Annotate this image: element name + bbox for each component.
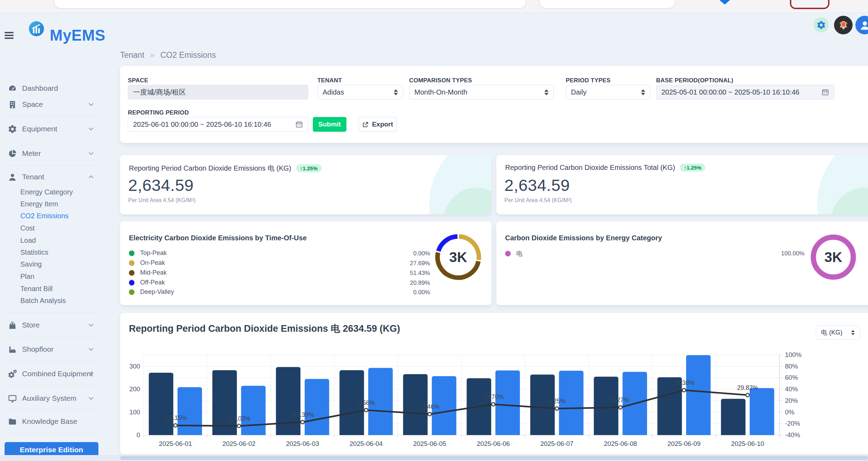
legend-label: Deep-Valley [140, 288, 174, 296]
sidebar-divider [8, 385, 98, 386]
svg-text:2025-06-02: 2025-06-02 [222, 440, 256, 447]
svg-text:-23.15%: -23.15% [164, 414, 187, 421]
comparison-types-select[interactable]: Month-On-Month [409, 85, 554, 99]
shopping-bag-icon [8, 321, 17, 330]
legend-item[interactable]: Deep-Valley [129, 288, 174, 296]
legend-value: 27.69% [388, 260, 430, 267]
time-of-use-card: Electricity Carbon Dioxide Emissions by … [120, 221, 491, 305]
myems-logo-icon[interactable] [28, 21, 44, 37]
settings-gear-button[interactable] [813, 17, 829, 33]
sidebar-subitem-tenant-bill[interactable]: Tenant Bill [20, 283, 53, 294]
bar-line-combo-chart[interactable]: 100%80%60%40%20%0%-20%-40%01002003002025… [126, 345, 868, 453]
sidebar-item-meter[interactable]: Meter [0, 146, 105, 160]
user-icon [8, 172, 17, 182]
chevron-down-icon [88, 151, 94, 156]
sidebar-item-store[interactable]: Store [0, 318, 105, 332]
sidebar-divider [8, 433, 98, 434]
notifications-button[interactable] [834, 16, 853, 34]
browser-red-fragment [790, 0, 829, 9]
legend-item[interactable]: Top-Peak [129, 249, 167, 257]
legend-value: 51.43% [388, 270, 430, 277]
svg-text:3.56%: 3.56% [357, 399, 375, 406]
period-types-select[interactable]: Daily [566, 85, 650, 99]
sidebar-item-combined-equipment[interactable]: Combined Equipment [0, 367, 105, 381]
sidebar-item-label: Knowledge Base [22, 417, 77, 426]
tenant-value: Adidas [323, 88, 390, 96]
kpi-value: 2,634.59 [504, 176, 570, 195]
folder-icon [8, 417, 17, 426]
breadcrumb-page: CO2 Emissions [160, 50, 216, 60]
space-value: 一度城/商场/租区 [133, 88, 303, 97]
browser-box-fragment [539, 0, 675, 8]
legend-label: Off-Peak [140, 279, 165, 286]
sidebar-subitem-co2-emissions[interactable]: CO2 Emissions [20, 211, 69, 221]
space-input[interactable]: 一度城/商场/租区 [128, 85, 308, 99]
base-period-label: BASE PERIOD(OPTIONAL) [656, 77, 733, 84]
sidebar-divider [8, 361, 98, 362]
card-title: Carbon Dioxide Emissions by Energy Categ… [505, 234, 662, 242]
sidebar-subitem-energy-item[interactable]: Energy Item [20, 199, 58, 209]
comparison-value: Month-On-Month [414, 88, 541, 96]
sidebar-item-auxiliary-system[interactable]: Auxiliary System [0, 391, 105, 405]
chevron-down-icon [88, 347, 94, 351]
sidebar-divider [8, 141, 98, 141]
user-avatar[interactable] [855, 16, 868, 34]
legend-item[interactable]: 电 [505, 249, 523, 258]
sidebar-subitem-load[interactable]: Load [20, 235, 36, 246]
svg-text:29.82%: 29.82% [737, 384, 758, 391]
time-of-use-donut-chart[interactable]: 3K [434, 233, 483, 282]
scrollbar-thumb[interactable] [120, 456, 868, 460]
tenant-select[interactable]: Adidas [317, 85, 403, 99]
svg-text:200: 200 [129, 385, 140, 393]
svg-text:20%: 20% [785, 397, 798, 404]
kpi-title: Reporting Period Carbon Dioxide Emission… [505, 164, 675, 172]
sidebar-subitem-batch-analysis[interactable]: Batch Analysis [20, 295, 66, 306]
chevron-down-icon [88, 372, 94, 376]
sidebar-subitem-statistics[interactable]: Statistics [20, 247, 48, 257]
svg-text:-24.03%: -24.03% [228, 415, 250, 422]
svg-text:38.38%: 38.38% [674, 379, 694, 386]
period-value: Daily [571, 88, 638, 96]
reporting-period-input[interactable]: 2025-06-01 00:00:00 ~ 2025-06-10 16:10:4… [128, 117, 308, 132]
sidebar-item-space[interactable]: Space [0, 97, 105, 111]
breadcrumb-section[interactable]: Tenant [120, 50, 144, 60]
sidebar: Dashboard Space Equipment Meter [0, 39, 105, 461]
svg-text:2025-06-07: 2025-06-07 [540, 440, 573, 447]
chevron-up-icon [88, 175, 94, 179]
sidebar-subitem-plan[interactable]: Plan [20, 271, 34, 282]
sidebar-item-tenant[interactable]: Tenant [0, 170, 105, 184]
card-title: Electricity Carbon Dioxide Emissions by … [129, 234, 307, 242]
legend-label: Top-Peak [140, 249, 167, 257]
app-header: MyEMS [0, 13, 868, 44]
unit-select[interactable]: 电 (KG) [816, 325, 860, 340]
sidebar-subitem-saving[interactable]: Saving [20, 259, 42, 269]
export-button[interactable]: Export [359, 117, 397, 132]
gears-icon [8, 369, 17, 379]
kpi-value: 2,634.59 [128, 176, 194, 195]
legend-item[interactable]: On-Peak [129, 259, 165, 267]
svg-text:2025-06-03: 2025-06-03 [286, 440, 319, 447]
svg-text:6.25%: 6.25% [548, 398, 566, 405]
sidebar-item-shopfloor[interactable]: Shopfloor [0, 342, 105, 356]
legend-item[interactable]: Mid-Peak [129, 269, 167, 276]
svg-text:2025-06-06: 2025-06-06 [477, 440, 510, 447]
legend-item[interactable]: Off-Peak [129, 279, 165, 286]
sidebar-item-dashboard[interactable]: Dashboard [0, 81, 105, 95]
svg-text:2025-06-10: 2025-06-10 [731, 440, 764, 447]
submit-button[interactable]: Submit [313, 117, 346, 132]
base-period-input[interactable]: 2025-05-01 00:00:00 ~ 2025-05-10 16:10:4… [656, 85, 834, 99]
svg-text:60%: 60% [785, 374, 798, 381]
sidebar-subitem-energy-category[interactable]: Energy Category [20, 187, 73, 197]
person-icon [859, 19, 868, 31]
legend-value: 0.00% [388, 289, 430, 296]
energy-category-donut-chart[interactable]: 3K [809, 233, 858, 282]
sidebar-subitem-cost[interactable]: Cost [20, 223, 35, 233]
svg-text:-3.46%: -3.46% [420, 403, 439, 410]
sidebar-divider [8, 337, 98, 337]
horizontal-scrollbar[interactable] [0, 455, 868, 461]
legend-value: 0.00% [388, 250, 430, 257]
sidebar-item-equipment[interactable]: Equipment [0, 122, 105, 136]
external-link-icon [362, 121, 369, 128]
sidebar-item-knowledge-base[interactable]: Knowledge Base [0, 414, 105, 428]
sidebar-divider [8, 116, 98, 117]
